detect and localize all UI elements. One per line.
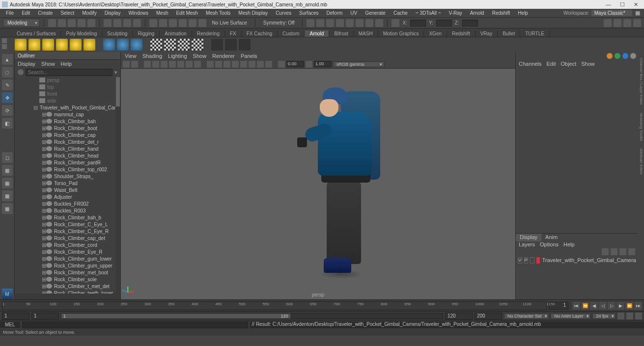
tx-manager-icon[interactable] <box>164 39 176 51</box>
outliner-menu-help[interactable]: Help <box>61 61 72 67</box>
render-view-icon[interactable] <box>356 19 364 27</box>
anim-layer-dropdown[interactable]: No Anim Layer <box>551 313 590 319</box>
layout-four-icon[interactable]: ▦ <box>2 178 13 188</box>
cb-menu-show[interactable]: Show <box>581 61 595 67</box>
menu-display[interactable]: Display <box>101 10 125 16</box>
expand-icon[interactable]: ⊞ <box>41 228 46 235</box>
z-field[interactable] <box>462 20 478 27</box>
expand-icon[interactable]: ⊞ <box>41 180 46 186</box>
expand-icon[interactable]: ⊞ <box>41 173 46 180</box>
shelf-tab-mash[interactable]: MASH <box>354 30 378 37</box>
tab-anim-layers[interactable]: Anim <box>541 234 561 241</box>
layer-menu-help[interactable]: Help <box>563 241 575 248</box>
menu-mesh-tools[interactable]: Mesh Tools <box>202 10 234 16</box>
outliner-toggle-icon[interactable]: ▦ <box>2 203 13 214</box>
shelf-tab-motion-graphics[interactable]: Motion Graphics <box>378 30 424 37</box>
snap-plane-icon[interactable] <box>179 19 187 27</box>
vp-field-chart-icon[interactable] <box>177 61 184 68</box>
render-icon[interactable] <box>307 19 314 27</box>
shelf-tab-bullet[interactable]: Bullet <box>498 30 520 37</box>
vp-shadows-icon[interactable] <box>240 61 247 68</box>
snap-curve-icon[interactable] <box>159 19 167 27</box>
attribute-editor-toggle-icon[interactable] <box>604 19 612 27</box>
snap-grid-icon[interactable] <box>149 19 157 27</box>
select-tool[interactable]: ▲ <box>2 54 13 65</box>
expand-icon[interactable]: ⊞ <box>41 146 46 152</box>
expand-icon[interactable]: ⊞ <box>41 276 46 283</box>
shelf-tab-fx-caching[interactable]: FX Caching <box>242 30 278 37</box>
light-portal-icon[interactable] <box>70 39 82 51</box>
shelf-tab-custom[interactable]: Custom <box>278 30 305 37</box>
outliner-scrollbar[interactable] <box>115 77 120 293</box>
vp-gamma-field[interactable]: 1.00 <box>314 61 332 67</box>
expand-icon[interactable]: ⊞ <box>41 256 46 262</box>
step-back-key-button[interactable]: ⏪ <box>581 302 589 310</box>
layer-new-selected-icon[interactable] <box>628 248 635 255</box>
outliner-item[interactable]: ⊞Rock_Climber_head <box>15 152 120 159</box>
vp-gamma-icon[interactable] <box>306 61 312 68</box>
cb-manip-icon[interactable] <box>607 53 613 59</box>
vp-menu-panels[interactable]: Panels <box>241 53 257 59</box>
menu-mesh[interactable]: Mesh <box>152 10 172 16</box>
outliner-item[interactable]: ⊞Rock_Climber_teeth_lower <box>15 290 120 293</box>
toggle-panel-icon[interactable] <box>392 19 399 27</box>
layer-visibility-toggle[interactable]: V <box>518 257 522 264</box>
expand-icon[interactable]: ⊞ <box>41 125 46 132</box>
shelf-tab-animation[interactable]: Animation <box>160 30 192 37</box>
outliner-camera-side[interactable]: side <box>15 97 120 104</box>
outliner-item[interactable]: ⊞Rock_Climber_boot <box>15 125 120 132</box>
flush-cache-icon[interactable] <box>178 39 190 51</box>
create-shader-icon[interactable] <box>150 39 162 51</box>
menu-help[interactable]: Help <box>514 10 532 16</box>
arnold-ipr-icon[interactable] <box>239 39 251 51</box>
menu-edit[interactable]: Edit <box>18 10 34 16</box>
vp-textured-icon[interactable] <box>224 61 230 68</box>
expand-icon[interactable]: ⊞ <box>41 283 46 290</box>
scale-tool[interactable]: ◧ <box>2 118 13 129</box>
set-key-icon[interactable] <box>626 313 633 319</box>
menu-deform[interactable]: Deform <box>323 10 347 16</box>
sidebar-toggle-icon[interactable]: ▦ <box>635 10 642 17</box>
channel-box-tab[interactable]: Channel Box / Layer Editor <box>639 58 644 105</box>
expand-icon[interactable]: ⊞ <box>41 290 46 294</box>
photometric-light-icon[interactable] <box>56 39 68 51</box>
modeling-toolkit-tab[interactable]: Modeling Toolkit <box>639 113 644 141</box>
step-forward-key-button[interactable]: ⏩ <box>625 302 633 310</box>
time-ruler[interactable]: 1501001502002503003504004505005506006507… <box>2 301 547 310</box>
play-forward-button[interactable]: ▷ <box>608 302 616 310</box>
shelf-edit-icon[interactable] <box>2 38 7 43</box>
expand-icon[interactable]: ⊞ <box>41 263 46 269</box>
outliner-item[interactable]: ⊞Rock_Climber_C_Eye_R <box>15 228 120 235</box>
vp-wireframe-icon[interactable] <box>207 61 214 68</box>
last-tool[interactable]: ◻ <box>2 152 13 163</box>
outliner-item[interactable]: ⊞Rock_Climber_cap_det <box>15 235 120 241</box>
menu-create[interactable]: Create <box>34 10 56 16</box>
vp-film-gate-icon[interactable] <box>152 61 159 68</box>
menu-cache[interactable]: Cache <box>390 10 412 16</box>
outliner-item[interactable]: ⊞Rock_Climber_sole <box>15 276 120 283</box>
menu-curves[interactable]: Curves <box>272 10 295 16</box>
expand-icon[interactable]: ⊞ <box>41 160 46 166</box>
layer-display-type[interactable] <box>530 257 534 264</box>
shelf-tab-bifrost[interactable]: Bifrost <box>329 30 353 37</box>
move-tool[interactable]: ✥ <box>2 92 13 103</box>
expand-icon[interactable]: ⊞ <box>41 132 46 138</box>
layout-persp-outliner-icon[interactable]: ▦ <box>2 190 13 201</box>
menu-edit-mesh[interactable]: Edit Mesh <box>172 10 201 16</box>
expand-icon[interactable]: ⊞ <box>41 111 46 118</box>
layer-menu-layers[interactable]: Layers <box>519 241 535 248</box>
menu--dtoall-[interactable]: ~ 3DToAll ~ <box>412 10 445 16</box>
tab-display-layers[interactable]: Display <box>516 234 541 241</box>
character-set-dropdown[interactable]: No Character Set <box>504 313 549 319</box>
vp-image-plane-icon[interactable] <box>144 61 151 68</box>
arnold-render-view-icon[interactable] <box>211 39 223 51</box>
expand-icon[interactable]: ⊞ <box>41 166 46 173</box>
arnold-utilities-icon[interactable] <box>192 39 203 51</box>
expand-icon[interactable]: ⊞ <box>41 201 46 207</box>
shelf-tab-poly-modeling[interactable]: Poly Modeling <box>61 30 102 37</box>
layout-single-icon[interactable]: ▦ <box>2 165 13 176</box>
layer-name[interactable]: Traveler_with_Pocket_Gimbal_Camera <box>542 257 636 263</box>
outliner-item[interactable]: ⊞Rock_Climber_bah_b <box>15 214 120 221</box>
anim-start-field[interactable]: 1 <box>2 313 29 319</box>
shelf-tab-arnold[interactable]: Arnold <box>305 30 329 37</box>
